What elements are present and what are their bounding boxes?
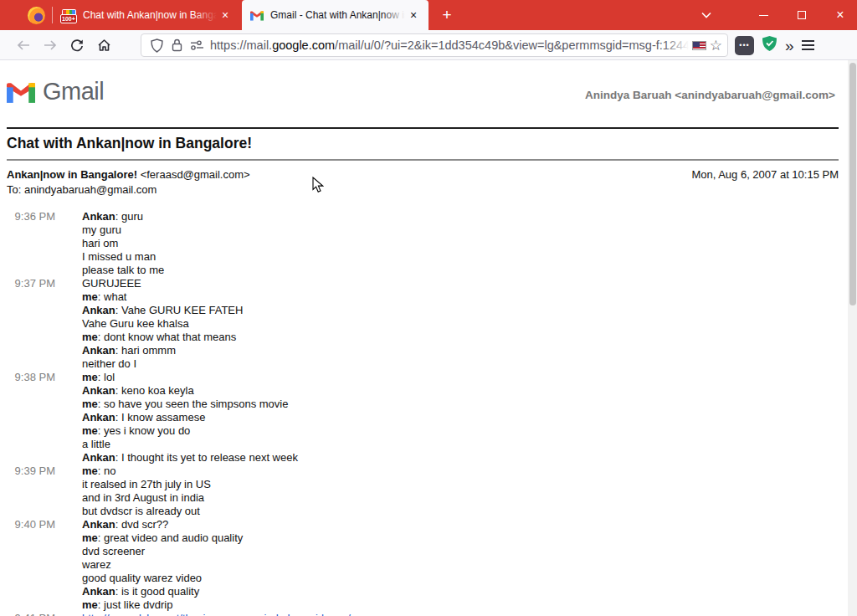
tab-title: Gmail - Chat with Ankan|now in bbox=[270, 9, 405, 21]
chat-line: me: yes i know you do bbox=[82, 424, 298, 438]
chat-sender: me bbox=[82, 331, 98, 343]
hamburger-menu-icon[interactable] bbox=[802, 40, 814, 50]
gmail-logo: Gmail bbox=[7, 78, 104, 105]
new-tab-button[interactable]: + bbox=[434, 3, 459, 27]
chat-sender: Ankan bbox=[82, 344, 115, 357]
tab-close-icon[interactable]: × bbox=[217, 7, 233, 23]
chat-sender: me bbox=[82, 531, 98, 544]
window-close-button[interactable]: × bbox=[824, 0, 857, 30]
tab-separator bbox=[52, 7, 53, 23]
tab-gmail-active[interactable]: Gmail - Chat with Ankan|now in × bbox=[242, 0, 428, 30]
url-bar[interactable]: https://mail.google.com/mail/u/0/?ui=2&i… bbox=[141, 33, 728, 57]
chat-line: I missed u man bbox=[82, 250, 164, 264]
chat-messages: Ankan: dvd scr??me: great video and audi… bbox=[82, 518, 243, 612]
from-field: Ankan|now in Bangalore! <feraasd@gmail.c… bbox=[7, 168, 250, 181]
unread-count-badge: 100+ bbox=[60, 14, 77, 23]
maximize-icon bbox=[798, 11, 806, 19]
url-scheme: https://mail. bbox=[210, 38, 272, 52]
chat-row: 9:40 PMAnkan: dvd scr??me: great video a… bbox=[7, 518, 857, 612]
chat-line: GURUJEEE bbox=[82, 277, 243, 290]
chat-line: Vahe Guru kee khalsa bbox=[82, 317, 243, 331]
chat-log: 9:36 PMAnkan: gurumy guruhari omI missed… bbox=[7, 210, 857, 616]
chat-line: dvd screener bbox=[82, 545, 243, 558]
scrollbar[interactable] bbox=[848, 60, 857, 616]
chat-line: Ankan: guru bbox=[82, 210, 164, 223]
back-arrow-icon bbox=[17, 39, 30, 51]
overflow-menu-icon[interactable]: » bbox=[785, 38, 794, 54]
chat-line: good quality warez video bbox=[82, 572, 243, 585]
chat-timestamp: 9:37 PM bbox=[7, 277, 55, 371]
chat-messages: me: noit realsed in 27th july in USand i… bbox=[82, 465, 211, 518]
chat-line: but dvdscr is already out bbox=[82, 505, 211, 518]
chat-link[interactable]: http://www.rlslog.net/thesimpsonsmoviedv… bbox=[82, 612, 351, 616]
tab-title: Chat with Ankan|now in Bangalo bbox=[83, 9, 217, 21]
chat-sender: Ankan bbox=[82, 304, 115, 316]
divider-under-title bbox=[7, 159, 839, 161]
chat-timestamp: 9:41 PM bbox=[7, 612, 55, 616]
home-icon bbox=[97, 38, 111, 52]
chat-messages: me: lolAnkan: keno koa keylame: so have … bbox=[82, 371, 298, 465]
chat-line: it realsed in 27th july in US bbox=[82, 478, 211, 491]
url-domain: google.com bbox=[272, 38, 335, 52]
minimize-button[interactable] bbox=[747, 0, 780, 30]
chat-sender: me bbox=[82, 290, 98, 303]
page-content: Gmail Anindya Baruah <anindyabaruah@gmai… bbox=[0, 60, 857, 616]
chat-sender: Ankan bbox=[82, 585, 115, 598]
chat-sender: Ankan bbox=[82, 451, 115, 464]
url-input[interactable]: https://mail.google.com/mail/u/0/?ui=2&i… bbox=[210, 38, 689, 52]
lock-icon[interactable] bbox=[167, 35, 187, 55]
email-date: Mon, Aug 6, 2007 at 10:15 PM bbox=[691, 168, 839, 181]
url-path: /mail/u/0/?ui=2&ik=1dd354c49b&view=lg&pe… bbox=[335, 38, 689, 52]
chat-line: Ankan: I know assamese bbox=[82, 411, 298, 424]
chat-sender: me bbox=[82, 598, 98, 611]
chat-line: Ankan: hari ommm bbox=[82, 344, 243, 357]
chat-line: my guru bbox=[82, 223, 164, 237]
maximize-button[interactable] bbox=[785, 0, 819, 30]
chat-line: http://www.rlslog.net/thesimpsonsmoviedv… bbox=[82, 612, 351, 616]
security-extension-icon[interactable] bbox=[762, 35, 777, 55]
password-manager-extension-icon[interactable]: ••• bbox=[735, 36, 754, 55]
account-identity: Anindya Baruah <anindyabaruah@gmail.com> bbox=[585, 89, 857, 101]
chat-messages: Ankan: gurumy guruhari omI missed u manp… bbox=[82, 210, 164, 277]
divider-top bbox=[7, 127, 839, 129]
chat-line: hari om bbox=[82, 237, 164, 250]
tab-chat-with-ankan[interactable]: 100+ Chat with Ankan|now in Bangalo × bbox=[54, 0, 240, 30]
chat-line: Ankan: Vahe GURU KEE FATEH bbox=[82, 304, 243, 317]
gmail-m-icon bbox=[7, 81, 35, 103]
chat-line: a little bbox=[82, 438, 298, 451]
chat-sender: me bbox=[82, 424, 98, 437]
chat-row: 9:39 PMme: noit realsed in 27th july in … bbox=[7, 465, 857, 518]
bookmark-star-icon[interactable]: ☆ bbox=[710, 38, 722, 53]
minimize-icon bbox=[759, 15, 768, 16]
close-icon: × bbox=[836, 8, 844, 23]
scrollbar-thumb[interactable] bbox=[849, 63, 856, 305]
to-field: To: anindyabaruah@gmail.com bbox=[7, 183, 857, 196]
forward-button[interactable] bbox=[37, 33, 64, 57]
reload-button[interactable] bbox=[64, 33, 90, 57]
gmail-header: Gmail Anindya Baruah <anindyabaruah@gmai… bbox=[7, 60, 857, 127]
chat-sender: Ankan bbox=[82, 411, 115, 424]
chat-sender: me bbox=[82, 398, 98, 410]
back-button[interactable] bbox=[10, 33, 37, 57]
chat-line: me: what bbox=[82, 290, 243, 304]
chat-line: me: lol bbox=[82, 371, 298, 384]
gmail-favicon bbox=[250, 10, 264, 21]
browser-window: 100+ Chat with Ankan|now in Bangalo × Gm… bbox=[0, 0, 857, 616]
tracking-protection-shield-icon[interactable] bbox=[146, 35, 167, 55]
chat-line: me: so have you seen the simpsons movie bbox=[82, 398, 298, 411]
chat-timestamp: 9:36 PM bbox=[7, 210, 55, 277]
tab-close-icon[interactable]: × bbox=[405, 7, 422, 23]
chat-row: 9:38 PMme: lolAnkan: keno koa keylame: s… bbox=[7, 371, 857, 465]
us-flag-icon[interactable] bbox=[692, 41, 706, 50]
chat-line: me: great video and audio quality bbox=[82, 531, 243, 545]
chat-line: warez bbox=[82, 558, 243, 572]
permissions-icon[interactable] bbox=[187, 35, 207, 55]
firefox-menu-button[interactable] bbox=[23, 3, 49, 27]
chat-line: me: just like dvdrip bbox=[82, 598, 243, 612]
chat-timestamp: 9:39 PM bbox=[7, 465, 55, 518]
list-all-tabs-button[interactable] bbox=[690, 0, 723, 30]
chat-line: me: no bbox=[82, 465, 211, 478]
chat-sender: Ankan bbox=[82, 518, 115, 531]
extension-area: ••• » bbox=[735, 33, 814, 57]
home-button[interactable] bbox=[90, 33, 117, 57]
